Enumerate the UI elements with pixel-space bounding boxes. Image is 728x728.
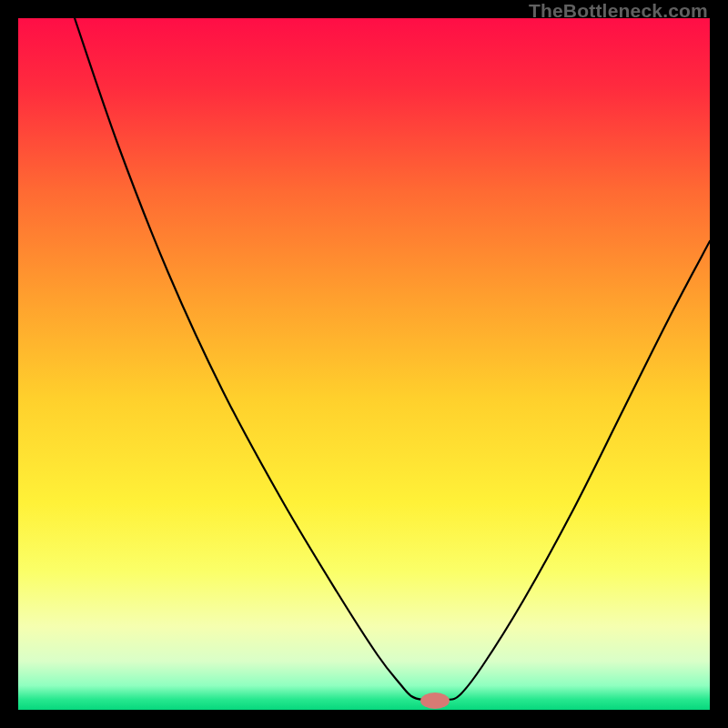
chart-background [18,18,710,710]
attribution-text: TheBottleneck.com [529,0,708,22]
bottleneck-chart [18,18,710,710]
optimal-marker [420,693,450,709]
